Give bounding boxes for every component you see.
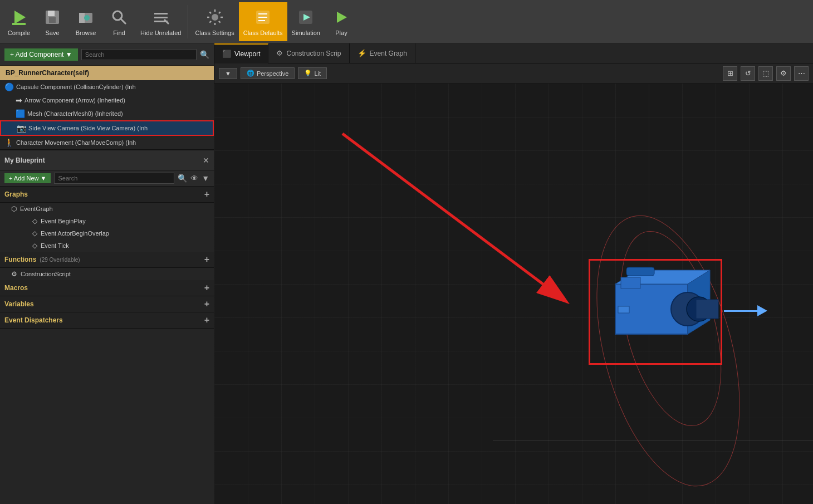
add-component-button[interactable]: + Add Component ▼ bbox=[4, 48, 78, 61]
svg-rect-29 bbox=[621, 277, 640, 288]
horizon-guide bbox=[493, 440, 813, 441]
comp-item-camera[interactable]: 📷 Side View Camera (Side View Camera) (I… bbox=[0, 120, 214, 136]
compile-button[interactable]: Compile bbox=[2, 2, 36, 41]
lit-btn[interactable]: 💡 Lit bbox=[298, 67, 327, 79]
svg-marker-0 bbox=[14, 11, 26, 24]
viewport-toolbar: ▼ 🌐 Perspective 💡 Lit ⊞ ↺ ⬚ ⚙ ⋯ bbox=[214, 63, 813, 84]
svg-rect-1 bbox=[12, 23, 26, 25]
compile-icon bbox=[9, 7, 29, 27]
svg-rect-4 bbox=[49, 17, 56, 23]
my-blueprint-header: My Blueprint ✕ bbox=[0, 149, 214, 170]
vp-icon-btn-4[interactable]: ⚙ bbox=[776, 66, 791, 81]
play-button[interactable]: Play bbox=[325, 2, 358, 41]
graphs-add-btn[interactable]: + bbox=[204, 189, 209, 199]
construction-icon: ⚙ bbox=[11, 270, 17, 278]
eventgraph-icon: ⬡ bbox=[11, 205, 17, 213]
bp-search-input[interactable] bbox=[54, 173, 174, 184]
macros-add-btn[interactable]: + bbox=[204, 283, 209, 293]
svg-rect-27 bbox=[696, 300, 718, 319]
svg-rect-30 bbox=[618, 306, 629, 313]
mesh-icon: 🟦 bbox=[16, 109, 25, 118]
class-defaults-button[interactable]: Class Defaults bbox=[239, 2, 287, 41]
svg-point-8 bbox=[113, 11, 122, 20]
macros-header[interactable]: Macros + bbox=[0, 280, 214, 296]
svg-point-14 bbox=[212, 14, 218, 21]
tabs-bar: ⬛ Viewport ⚙ Construction Scrip ⚡ Event … bbox=[214, 43, 813, 63]
my-blueprint-toolbar: + Add New ▼ 🔍 👁 ▼ bbox=[0, 170, 214, 187]
svg-rect-11 bbox=[154, 17, 168, 18]
svg-rect-28 bbox=[626, 267, 654, 276]
component-list: 🔵 Capsule Component (CollisionCylinder) … bbox=[0, 80, 214, 149]
toolbar-separator bbox=[188, 5, 188, 38]
svg-marker-21 bbox=[337, 12, 347, 23]
vp-icon-btn-2[interactable]: ↺ bbox=[741, 66, 755, 81]
find-button[interactable]: Find bbox=[102, 2, 136, 41]
comp-item-arrow[interactable]: ➡ Arrow Component (Arrow) (Inherited) bbox=[0, 94, 214, 107]
class-defaults-icon bbox=[253, 7, 273, 27]
event-graph-tab-icon: ⚡ bbox=[357, 49, 366, 57]
component-search-input[interactable] bbox=[81, 49, 197, 60]
viewport-dropdown-btn[interactable]: ▼ bbox=[219, 68, 237, 79]
simulation-button[interactable]: Simulation bbox=[287, 2, 325, 41]
viewport-tab-icon: ⬛ bbox=[222, 50, 231, 58]
perspective-icon: 🌐 bbox=[247, 70, 254, 77]
construction-script-item[interactable]: ⚙ ConstructionScript bbox=[0, 268, 214, 280]
variables-add-btn[interactable]: + bbox=[204, 299, 209, 309]
tab-viewport[interactable]: ⬛ Viewport bbox=[214, 43, 268, 63]
svg-line-32 bbox=[342, 134, 565, 301]
hide-unrelated-icon bbox=[151, 7, 171, 27]
event-actoroverlap-icon: ◇ bbox=[32, 229, 37, 237]
tab-construction-script[interactable]: ⚙ Construction Scrip bbox=[268, 43, 349, 63]
left-panel: + Add Component ▼ 🔍 BP_RunnerCharacter(s… bbox=[0, 43, 214, 504]
bp-search-icon-btn[interactable]: 🔍 bbox=[178, 174, 187, 183]
vp-icon-btn-5[interactable]: ⋯ bbox=[794, 66, 809, 81]
comp-item-capsule[interactable]: 🔵 Capsule Component (CollisionCylinder) … bbox=[0, 80, 214, 94]
event-dispatchers-section: Event Dispatchers + bbox=[0, 312, 214, 329]
play-icon bbox=[331, 7, 351, 27]
event-actoroverlap-item[interactable]: ◇ Event ActorBeginOverlap bbox=[0, 227, 214, 239]
browse-icon bbox=[76, 7, 96, 27]
svg-rect-6 bbox=[79, 13, 85, 23]
bp-arrow-button[interactable]: ▼ bbox=[202, 174, 209, 183]
vp-icon-btn-3[interactable]: ⬚ bbox=[758, 66, 773, 81]
find-icon bbox=[109, 7, 129, 27]
perspective-btn[interactable]: 🌐 Perspective bbox=[241, 67, 295, 79]
class-settings-button[interactable]: Class Settings bbox=[190, 2, 238, 41]
add-new-button[interactable]: + Add New ▼ bbox=[4, 173, 51, 183]
components-header: + Add Component ▼ 🔍 bbox=[0, 43, 214, 66]
comp-item-mesh[interactable]: 🟦 Mesh (CharacterMesh0) (Inherited) bbox=[0, 107, 214, 120]
functions-add-btn[interactable]: + bbox=[204, 255, 209, 265]
bp-eye-button[interactable]: 👁 bbox=[190, 174, 198, 183]
graphs-section: Graphs + ⬡ EventGraph ◇ Event BeginPlay … bbox=[0, 187, 214, 252]
variables-header[interactable]: Variables + bbox=[0, 296, 214, 312]
svg-rect-10 bbox=[154, 13, 168, 14]
tab-event-graph[interactable]: ⚡ Event Graph bbox=[350, 43, 415, 63]
event-beginplay-item[interactable]: ◇ Event BeginPlay bbox=[0, 215, 214, 227]
svg-rect-3 bbox=[48, 11, 55, 16]
save-button[interactable]: Save bbox=[36, 2, 69, 41]
dispatchers-add-btn[interactable]: + bbox=[204, 315, 209, 325]
simulation-icon bbox=[296, 7, 316, 27]
camera-comp-icon: 📷 bbox=[17, 124, 26, 133]
bp-self-row: BP_RunnerCharacter(self) bbox=[0, 66, 214, 80]
movement-icon: 🚶 bbox=[4, 138, 14, 147]
hide-unrelated-button[interactable]: Hide Unrelated bbox=[136, 2, 185, 41]
capsule-icon: 🔵 bbox=[4, 82, 14, 91]
annotation-arrow bbox=[326, 117, 604, 340]
functions-header[interactable]: Functions (29 Overridable) + bbox=[0, 252, 214, 268]
event-tick-icon: ◇ bbox=[32, 242, 37, 249]
right-panel: ⬛ Viewport ⚙ Construction Scrip ⚡ Event … bbox=[214, 43, 813, 504]
save-icon bbox=[42, 7, 62, 27]
macros-section: Macros + bbox=[0, 280, 214, 296]
event-graph-item[interactable]: ⬡ EventGraph bbox=[0, 203, 214, 215]
component-search-icon-btn[interactable]: 🔍 bbox=[200, 50, 209, 59]
comp-item-movement[interactable]: 🚶 Character Movement (CharMoveComp) (Inh bbox=[0, 136, 214, 149]
graphs-header[interactable]: Graphs + bbox=[0, 187, 214, 203]
event-dispatchers-header[interactable]: Event Dispatchers + bbox=[0, 312, 214, 329]
variables-section: Variables + bbox=[0, 296, 214, 312]
event-tick-item[interactable]: ◇ Event Tick bbox=[0, 239, 214, 252]
vp-icon-btn-1[interactable]: ⊞ bbox=[723, 66, 737, 81]
browse-button[interactable]: Browse bbox=[69, 2, 102, 41]
functions-section: Functions (29 Overridable) + ⚙ Construct… bbox=[0, 252, 214, 280]
my-blueprint-close[interactable]: ✕ bbox=[203, 156, 209, 165]
